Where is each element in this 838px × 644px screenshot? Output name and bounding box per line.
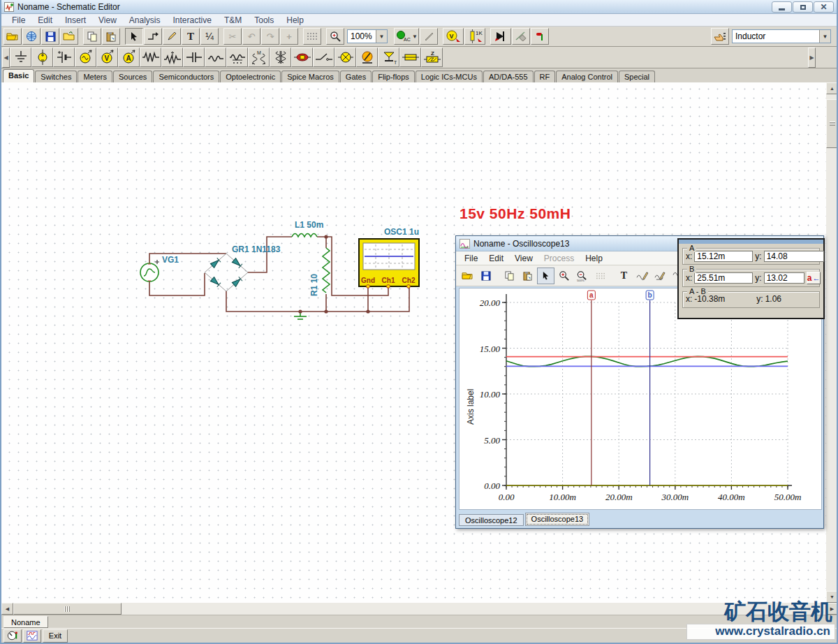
tab-basic[interactable]: Basic	[3, 69, 34, 82]
voltage-generator-vg1[interactable]	[140, 260, 159, 281]
diode-test-button[interactable]	[490, 28, 511, 45]
pin-tool-button[interactable]	[531, 28, 549, 45]
canvas-vscrollbar[interactable]: ▲ ▼	[826, 82, 838, 603]
component-thermistor-button[interactable]: T	[378, 47, 399, 67]
menu-edit[interactable]: Edit	[31, 15, 59, 26]
menu-file[interactable]: File	[6, 15, 31, 26]
osc-select-button[interactable]	[537, 268, 554, 284]
minimize-button[interactable]	[772, 1, 792, 13]
cursor-panel-header[interactable]	[679, 240, 823, 244]
save-button[interactable]	[41, 28, 59, 45]
menu-view[interactable]: View	[92, 15, 123, 26]
tab-semiconductors[interactable]: Semiconductors	[153, 71, 219, 82]
component-transformer-button[interactable]	[270, 47, 291, 67]
menu-tools[interactable]: Tools	[248, 15, 280, 26]
component-scroll-left[interactable]: ◀	[2, 47, 10, 68]
hscroll-left-button[interactable]: ◀	[1, 603, 13, 615]
tab-flip-flops[interactable]: Flip-flops	[372, 71, 415, 82]
component-voltage-source-button[interactable]	[31, 47, 53, 67]
zoom-tool-button[interactable]	[326, 28, 344, 45]
open-file-button[interactable]	[60, 28, 78, 45]
osc1-label[interactable]: OSC1 1u	[384, 227, 419, 237]
component-mutual-inductance-button[interactable]: M	[248, 47, 270, 67]
probe-button[interactable]	[420, 28, 438, 45]
ac-dropdown-arrow[interactable]: ▼	[412, 34, 418, 40]
menu-insert[interactable]: Insert	[59, 15, 92, 26]
hscroll-thumb[interactable]	[13, 603, 122, 615]
zoom-combo-arrow[interactable]: ▼	[376, 30, 387, 43]
sheet-tab-noname[interactable]: Noname	[3, 616, 48, 628]
diagram-window-button[interactable]	[23, 629, 41, 643]
resistor-r1[interactable]	[323, 248, 330, 293]
component-scroll-right[interactable]: ▶	[808, 47, 816, 68]
tab-oscilloscope13[interactable]: Oscilloscope13	[525, 513, 590, 526]
tab-logic-ics-mcus[interactable]: Logic ICs-MCUs	[416, 71, 483, 82]
component-lamp-button[interactable]	[335, 47, 356, 67]
tab-sources[interactable]: Sources	[113, 71, 152, 82]
component-ground-button[interactable]	[10, 47, 31, 67]
menu-analysis[interactable]: Analysis	[123, 15, 167, 26]
component-inductor-button[interactable]	[205, 47, 226, 67]
voltmeter-test-button[interactable]: V	[443, 28, 464, 45]
osc-menu-view[interactable]: View	[509, 253, 538, 264]
cut-button[interactable]: ✂	[223, 28, 242, 45]
copy-cursor-a-button[interactable]: a←	[807, 272, 821, 284]
component-fuse-button[interactable]	[399, 47, 421, 67]
zoom-level-combo[interactable]: 100% ▼	[347, 29, 388, 43]
component-motor-button[interactable]	[356, 47, 378, 67]
grid-toggle-button[interactable]	[303, 28, 321, 45]
tab-special[interactable]: Special	[619, 71, 655, 82]
cursor-a-x-input[interactable]	[694, 251, 753, 262]
paste-button[interactable]	[102, 28, 120, 45]
osc-menu-edit[interactable]: Edit	[483, 253, 509, 264]
tab-meters[interactable]: Meters	[78, 71, 112, 82]
component-battery-button[interactable]	[53, 47, 75, 67]
component-impedance-button[interactable]: Z	[421, 47, 443, 67]
osc-menu-help[interactable]: Help	[580, 253, 608, 264]
tab-spice-macros[interactable]: Spice Macros	[281, 71, 339, 82]
component-capacitor-button[interactable]	[183, 47, 205, 67]
osc-text-button[interactable]: T	[615, 268, 633, 284]
ac-mode-button[interactable]: AC▼	[394, 28, 419, 45]
gr1-label[interactable]: GR1 1N1183	[232, 244, 281, 254]
cursor-a-y-input[interactable]	[764, 251, 824, 262]
tab-gates[interactable]: Gates	[340, 71, 372, 82]
menu-tm[interactable]: T&M	[218, 15, 248, 26]
tab-oscilloscope12[interactable]: Oscilloscope12	[459, 514, 524, 526]
open-button[interactable]	[3, 28, 22, 45]
component-search-combo[interactable]: Inductor ▼	[732, 29, 831, 43]
copy-button[interactable]	[83, 28, 101, 45]
osc-paste-button[interactable]	[519, 268, 536, 284]
component-combo-arrow[interactable]: ▼	[819, 30, 830, 43]
tab-switches[interactable]: Switches	[35, 71, 77, 82]
r1-label[interactable]: R1 10	[309, 274, 319, 296]
pen-tool-button[interactable]	[163, 28, 181, 45]
text-tool-button[interactable]: T	[182, 28, 200, 45]
bridge-rectifier[interactable]	[205, 254, 248, 291]
tab-optoelectronic[interactable]: Optoelectronic	[220, 71, 281, 82]
component-voltmeter-button[interactable]: V	[96, 47, 118, 67]
component-potentiometer-button[interactable]	[161, 47, 183, 67]
cursor-b-y-input[interactable]	[764, 272, 804, 284]
oscilloscope-component-osc1[interactable]: Gnd Ch1 Ch2	[359, 239, 419, 288]
fraction-tool-button[interactable]: ¼	[200, 28, 219, 45]
move-button[interactable]: +	[280, 28, 298, 45]
cursor-readout-panel[interactable]: A x: y: B x: y: a← A - B x: -10.38m y: 1…	[677, 238, 825, 319]
l1-label[interactable]: L1 50m	[295, 220, 323, 230]
component-resistor-button[interactable]	[140, 47, 161, 67]
close-button[interactable]: ✕	[814, 1, 834, 13]
export-button[interactable]	[22, 28, 41, 45]
osc-save-button[interactable]	[477, 268, 494, 284]
component-test-button[interactable]: 1K	[464, 28, 485, 45]
exit-button[interactable]: Exit	[43, 629, 68, 643]
vscroll-up-button[interactable]: ▲	[826, 82, 838, 94]
osc-cursor-a-button[interactable]	[633, 268, 651, 284]
interactive-meter-button[interactable]	[3, 629, 22, 643]
undo-button[interactable]: ↶	[242, 28, 260, 45]
restore-button[interactable]	[793, 1, 813, 13]
osc-cursor-b-button[interactable]	[652, 268, 669, 284]
component-relay-button[interactable]	[291, 47, 313, 67]
tab-analog-control[interactable]: Analog Control	[556, 71, 618, 82]
component-voltage-generator-button[interactable]	[75, 47, 96, 67]
component-switch-button[interactable]	[313, 47, 335, 67]
